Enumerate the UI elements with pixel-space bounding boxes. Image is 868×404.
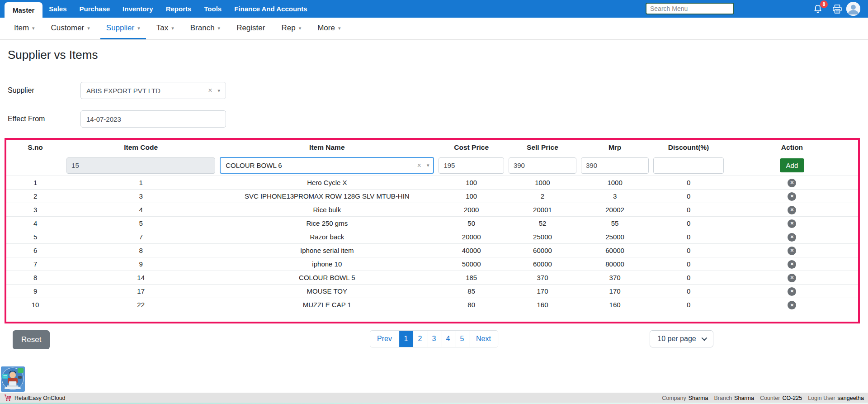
cell-sno: 7 [6, 257, 64, 271]
cell-sno: 8 [6, 271, 64, 285]
nav-reports[interactable]: Reports [160, 0, 198, 18]
cell-cost-price: 100 [436, 176, 506, 190]
cost-price-input[interactable] [439, 157, 504, 174]
notification-badge: 8 [820, 0, 828, 8]
cell-mrp: 80000 [579, 257, 651, 271]
delete-row-icon[interactable]: ✕ [788, 301, 796, 309]
subnav-rep[interactable]: Rep▾ [275, 18, 307, 39]
clear-icon[interactable]: × [417, 162, 421, 170]
footer-branch: BranchSharma [714, 395, 754, 401]
table-row: 23SVC IPHONE13PROMAX ROW 128G SLV MTUB-H… [6, 190, 858, 203]
reset-button[interactable]: Reset [13, 330, 50, 349]
discount-input[interactable] [653, 157, 724, 174]
cell-sno: 6 [6, 244, 64, 257]
subnav-customer[interactable]: Customer▾ [45, 18, 96, 39]
cell-sell-price: 52 [506, 217, 579, 230]
clear-icon[interactable]: × [208, 86, 212, 95]
cell-mrp: 370 [579, 271, 651, 285]
table-row: 11Hero Cycle X100100010000✕ [6, 176, 858, 190]
table-row: 917MOUSE TOY851701700✕ [6, 285, 858, 298]
footer-label: Branch [714, 395, 732, 401]
delete-row-icon[interactable]: ✕ [788, 219, 796, 228]
pagination-page-1[interactable]: 1 [399, 331, 413, 347]
cell-item-name: MOUSE TOY [217, 285, 436, 298]
cell-item-code: 22 [64, 298, 217, 312]
footer-login-user: Login Usersangeetha [808, 395, 864, 401]
cell-item-code: 7 [64, 230, 217, 244]
pagination-next[interactable]: Next [469, 331, 498, 347]
delete-row-icon[interactable]: ✕ [788, 233, 796, 242]
effect-from-input[interactable] [80, 110, 226, 128]
cell-sell-price: 60000 [506, 257, 579, 271]
cell-item-name: COLOUR BOWL 5 [217, 271, 436, 285]
chevron-down-icon: ▾ [87, 24, 90, 31]
printer-icon[interactable] [832, 4, 843, 14]
supplier-items-table-container: S.noItem CodeItem NameCost PriceSell Pri… [5, 138, 860, 323]
delete-row-icon[interactable]: ✕ [788, 179, 796, 187]
delete-row-icon[interactable]: ✕ [788, 192, 796, 201]
top-navbar: MasterSalesPurchaseInventoryReportsTools… [0, 0, 868, 18]
item-name-select-value: COLOUR BOWL 6 [226, 162, 417, 169]
subnav-branch[interactable]: Branch▾ [184, 18, 226, 39]
cell-sell-price: 160 [506, 298, 579, 312]
delete-row-icon[interactable]: ✕ [788, 206, 796, 214]
pagination-page-2[interactable]: 2 [413, 331, 427, 347]
per-page-value: 10 per page [657, 335, 696, 343]
subnav-register[interactable]: Register [231, 18, 271, 39]
chevron-down-icon[interactable]: ▾ [427, 162, 429, 168]
cell-discount: 0 [651, 230, 726, 244]
sell-price-input[interactable] [509, 157, 576, 174]
delete-row-icon[interactable]: ✕ [788, 287, 796, 296]
subnav-more[interactable]: More▾ [311, 18, 346, 39]
table-row: 79iphone 105000060000800000✕ [6, 257, 858, 271]
cell-item-code: 14 [64, 271, 217, 285]
user-avatar[interactable] [846, 2, 860, 16]
table-header: S.noItem CodeItem NameCost PriceSell Pri… [6, 140, 858, 155]
cell-discount: 0 [651, 244, 726, 257]
column-header-s-no: S.no [6, 140, 64, 155]
table-controls: Reset Prev12345Next 10 per page [0, 330, 868, 357]
delete-row-icon[interactable]: ✕ [788, 260, 796, 269]
delete-row-icon[interactable]: ✕ [788, 247, 796, 255]
footer-label: Counter [760, 395, 780, 401]
subnav-tax[interactable]: Tax▾ [151, 18, 180, 39]
cell-cost-price: 185 [436, 271, 506, 285]
per-page-select[interactable]: 10 per page [650, 330, 713, 347]
support-chat-widget[interactable] [1, 366, 25, 392]
subnav-supplier[interactable]: Supplier▾ [100, 18, 146, 39]
chevron-down-icon[interactable]: ▾ [217, 88, 220, 94]
notification-bell-icon[interactable]: 8 [812, 3, 824, 15]
delete-row-icon[interactable]: ✕ [788, 274, 796, 282]
subnav-label: Supplier [106, 24, 134, 33]
cell-cost-price: 40000 [436, 244, 506, 257]
search-input[interactable] [646, 3, 734, 14]
pagination-page-3[interactable]: 3 [427, 331, 441, 347]
nav-master[interactable]: Master [5, 2, 42, 18]
cell-sell-price: 370 [506, 271, 579, 285]
cell-item-name: Hero Cycle X [217, 176, 436, 190]
supplier-select[interactable]: ABIS EXPORT PVT LTD × ▾ [80, 82, 226, 99]
pagination-prev[interactable]: Prev [370, 331, 399, 347]
pagination-page-5[interactable]: 5 [455, 331, 469, 347]
nav-sales[interactable]: Sales [42, 0, 73, 18]
mrp-input[interactable] [581, 157, 649, 174]
footer-company: CompanySharma [662, 395, 708, 401]
column-header-item-code: Item Code [64, 140, 217, 155]
table-row: 34Rice bulk200020001200020✕ [6, 203, 858, 217]
subnav-item[interactable]: Item▾ [8, 18, 41, 39]
pagination-page-4[interactable]: 4 [441, 331, 455, 347]
chevron-down-icon: ▾ [218, 24, 221, 31]
cell-item-code: 5 [64, 217, 217, 230]
cell-sell-price: 1000 [506, 176, 579, 190]
nav-purchase[interactable]: Purchase [73, 0, 117, 18]
nav-tools[interactable]: Tools [198, 0, 228, 18]
nav-finance-and-accounts[interactable]: Finance And Accounts [228, 0, 313, 18]
supplier-label: Supplier [8, 86, 80, 95]
add-button[interactable]: Add [780, 158, 805, 172]
cell-mrp: 20002 [579, 203, 651, 217]
cell-discount: 0 [651, 217, 726, 230]
nav-inventory[interactable]: Inventory [116, 0, 160, 18]
subnav-label: More [317, 24, 335, 33]
item-name-select[interactable]: COLOUR BOWL 6 × ▾ [220, 157, 434, 174]
cell-item-code: 8 [64, 244, 217, 257]
